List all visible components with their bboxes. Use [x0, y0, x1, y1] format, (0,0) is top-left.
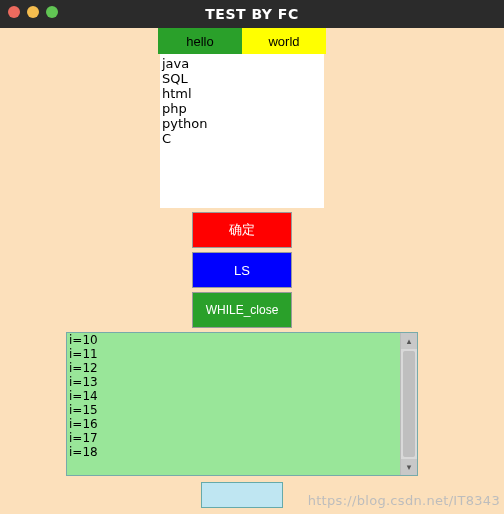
language-list-textarea[interactable]: [160, 54, 324, 208]
maximize-icon[interactable]: [46, 6, 58, 18]
content-area: hello world 确定 LS WHILE_close ▴ ▾: [0, 28, 484, 508]
output-scrollpane: ▴ ▾: [66, 332, 418, 476]
tab-bar: hello world: [158, 28, 326, 54]
while-close-button[interactable]: WHILE_close: [192, 292, 292, 328]
minimize-icon[interactable]: [27, 6, 39, 18]
scroll-down-icon[interactable]: ▾: [401, 459, 417, 475]
output-textarea[interactable]: [67, 333, 400, 475]
scroll-up-icon[interactable]: ▴: [401, 333, 417, 349]
scrollbar-thumb[interactable]: [403, 351, 415, 457]
app-window: TEST BY FC hello world 确定 LS WHILE_close…: [0, 0, 504, 514]
ls-button[interactable]: LS: [192, 252, 292, 288]
window-controls: [8, 6, 58, 18]
window-title: TEST BY FC: [205, 6, 298, 22]
tab-hello[interactable]: hello: [158, 28, 242, 54]
titlebar: TEST BY FC: [0, 0, 504, 28]
ok-button[interactable]: 确定: [192, 212, 292, 248]
bottom-textfield[interactable]: [201, 482, 283, 508]
tab-world[interactable]: world: [242, 28, 326, 54]
close-icon[interactable]: [8, 6, 20, 18]
vertical-scrollbar[interactable]: ▴ ▾: [400, 333, 417, 475]
button-column: 确定 LS WHILE_close: [192, 212, 292, 332]
